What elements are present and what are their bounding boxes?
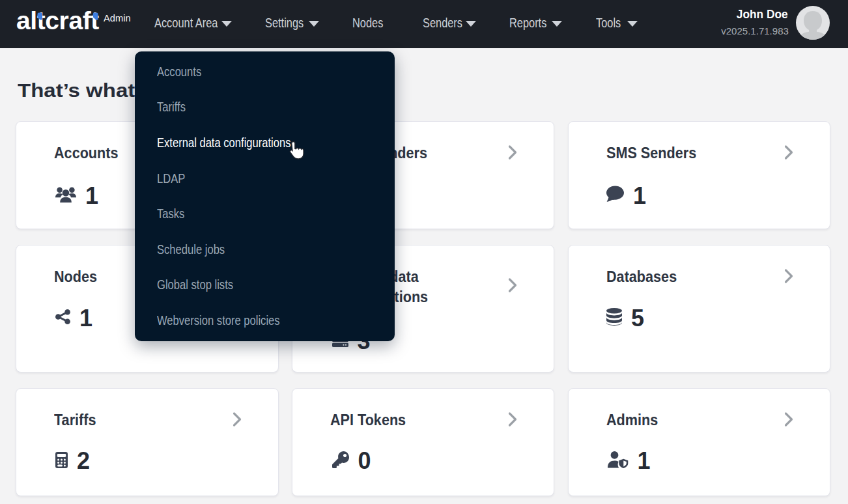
svg-text:altcraft: altcraft	[16, 7, 99, 35]
